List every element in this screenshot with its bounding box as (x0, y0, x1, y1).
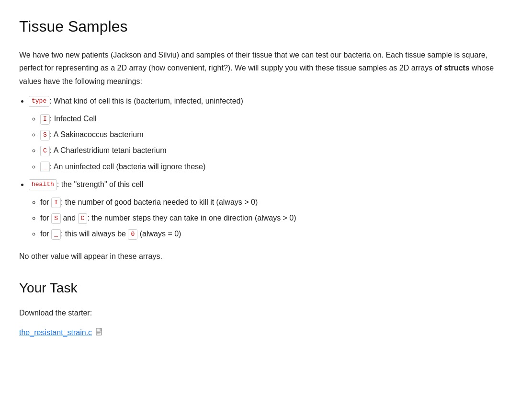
type-sublist: I: Infected Cell S: A Sakinacoccus bacte… (40, 112, 513, 173)
health-badge: health (29, 179, 57, 190)
health-i-text: : the number of good bacteria needed to … (61, 198, 258, 206)
uninfected-text: : An uninfected cell (bacteria will igno… (50, 163, 206, 171)
health3-middle: : this will always be (61, 230, 126, 238)
download-text: Download the starter: (19, 306, 513, 319)
s-badge: S (40, 130, 50, 140)
health-subitem-i: for I: the number of good bacteria neede… (40, 196, 513, 209)
task-title: Your Task (19, 278, 513, 299)
starter-link[interactable]: the_resistant_strain.c (19, 326, 92, 339)
i-badge: I (40, 114, 50, 125)
intro-text: We have two new patients (Jackson and Si… (19, 51, 487, 72)
for-label-2: for (40, 214, 49, 222)
subitem-infected: I: Infected Cell (40, 112, 513, 125)
underscore-badge: _ (40, 162, 50, 172)
no-other-text: No other value will appear in these arra… (19, 252, 162, 260)
health-subitem-underscore: for _: this will always be 0 (always = 0… (40, 227, 513, 240)
health-s-badge: S (51, 213, 61, 224)
sakinacoccus-text: : A Sakinacoccus bacterium (50, 130, 144, 139)
intro-paragraph: We have two new patients (Jackson and Si… (19, 48, 513, 88)
subitem-charlestridium: C: A Charlestridium tetani bacterium (40, 144, 513, 157)
svg-rect-1 (100, 328, 102, 330)
c-badge: C (40, 146, 50, 156)
health-and: and (63, 214, 76, 222)
file-icon (95, 327, 104, 337)
no-other-paragraph: No other value will appear in these arra… (19, 250, 513, 263)
starter-link-row: the_resistant_strain.c (19, 326, 513, 339)
health-zero-badge: 0 (128, 229, 137, 240)
health-sc-text: : the number steps they can take in one … (87, 214, 296, 222)
charlestridium-text: : A Charlestridium tetani bacterium (50, 146, 167, 154)
health3-suffix: (always = 0) (140, 230, 181, 238)
health-description: : the "strength" of this cell (57, 180, 143, 188)
health-sublist: for I: the number of good bacteria neede… (40, 196, 513, 241)
for-label-1: for (40, 198, 49, 206)
page-title: Tissue Samples (19, 14, 513, 39)
health-subitem-sc: for S and C: the number steps they can t… (40, 211, 513, 224)
list-item-type: type: What kind of cell this is (bacteri… (29, 94, 513, 173)
for-label-3: for (40, 230, 49, 238)
health-c-badge: C (78, 213, 88, 224)
type-badge: type (29, 96, 49, 106)
main-list: type: What kind of cell this is (bacteri… (29, 94, 513, 241)
intro-bold: of structs (435, 64, 470, 72)
subitem-uninfected: _: An uninfected cell (bacteria will ign… (40, 160, 513, 173)
health-underscore-badge: _ (51, 229, 61, 240)
type-description: : What kind of cell this is (bacterium, … (49, 97, 243, 105)
health-i-badge: I (51, 198, 61, 208)
subitem-sakinacoccus: S: A Sakinacoccus bacterium (40, 128, 513, 141)
infected-text: : Infected Cell (50, 115, 97, 123)
list-item-health: health: the "strength" of this cell for … (29, 178, 513, 241)
